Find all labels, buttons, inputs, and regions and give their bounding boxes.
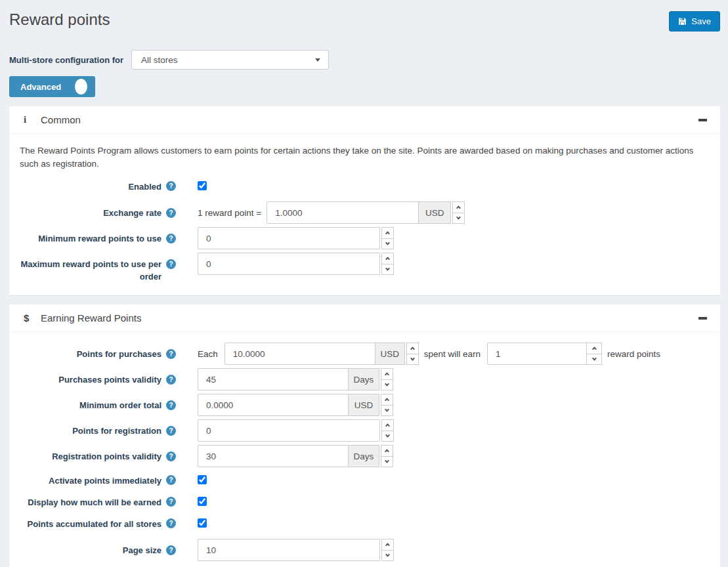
purchases-amount-spinner — [406, 343, 419, 365]
panel-earning-body: Points for purchases Each USD spent will… — [9, 332, 720, 567]
enabled-checkbox[interactable] — [198, 181, 207, 190]
exchange-rate-unit: USD — [418, 201, 451, 224]
display-earned-label: Display how much will be earned — [28, 496, 161, 509]
purchases-middle-text: spent will earn — [424, 349, 481, 359]
save-button-label: Save — [691, 16, 711, 26]
enabled-row: Enabled — [20, 180, 710, 196]
advanced-mode-toggle[interactable]: Advanced — [9, 76, 95, 97]
help-icon[interactable] — [166, 208, 176, 218]
page-header: Reward points Save — [9, 9, 720, 38]
floppy-save-icon — [678, 17, 687, 26]
purchases-amount-input[interactable] — [225, 343, 375, 365]
spinner-down-icon[interactable] — [381, 550, 394, 562]
registration-validity-unit: Days — [348, 445, 379, 467]
registration-validity-row: Registration points validity Days — [20, 445, 710, 467]
exchange-rate-spinner — [452, 201, 465, 224]
accumulate-all-stores-checkbox[interactable] — [198, 518, 207, 528]
panel-common-body: The Reward Points Program allows custome… — [9, 134, 720, 295]
store-selector[interactable]: All stores — [131, 50, 329, 70]
spinner-up-icon[interactable] — [381, 539, 394, 551]
page-size-spinner — [381, 539, 394, 561]
registration-validity-label: Registration points validity — [52, 450, 161, 463]
purchases-validity-label-group: Purchases points validity — [20, 368, 176, 386]
page-size-row: Page size — [20, 539, 710, 561]
dollar-icon: $ — [24, 312, 41, 324]
purchases-suffix-text: reward points — [607, 349, 660, 359]
spinner-up-icon[interactable] — [381, 445, 393, 457]
spinner-down-icon[interactable] — [381, 405, 393, 417]
spinner-down-icon[interactable] — [381, 456, 393, 468]
help-icon[interactable] — [166, 497, 176, 507]
registration-validity-spinner — [381, 445, 393, 467]
registration-validity-input[interactable] — [198, 445, 349, 467]
display-earned-checkbox[interactable] — [198, 497, 207, 506]
panel-common: i Common The Reward Points Program allow… — [9, 106, 720, 295]
help-icon[interactable] — [166, 375, 176, 385]
activate-immediately-label-group: Activate points immediately — [20, 474, 176, 487]
purchases-validity-unit: Days — [348, 368, 379, 390]
min-order-total-input[interactable] — [198, 394, 349, 416]
help-icon[interactable] — [166, 452, 176, 461]
exchange-rate-label-group: Exchange rate — [20, 201, 176, 219]
help-icon[interactable] — [166, 259, 176, 269]
help-icon[interactable] — [166, 475, 176, 485]
exchange-rate-input[interactable] — [267, 201, 419, 224]
spinner-down-icon[interactable] — [381, 379, 393, 391]
points-for-purchases-label: Points for purchases — [77, 348, 161, 360]
max-points-spinner — [381, 253, 394, 275]
spinner-up-icon[interactable] — [381, 253, 394, 264]
help-icon[interactable] — [166, 234, 176, 243]
purchases-validity-input[interactable] — [198, 368, 349, 390]
activate-immediately-checkbox[interactable] — [198, 475, 207, 484]
help-icon[interactable] — [166, 545, 176, 555]
spinner-up-icon[interactable] — [381, 394, 393, 406]
spinner-down-icon[interactable] — [381, 238, 394, 250]
max-points-input[interactable] — [198, 253, 380, 275]
save-button[interactable]: Save — [669, 11, 720, 32]
points-for-purchases-row: Points for purchases Each USD spent will… — [20, 343, 710, 365]
spinner-down-icon[interactable] — [452, 213, 465, 224]
spinner-down-icon[interactable] — [381, 430, 394, 442]
help-icon[interactable] — [166, 181, 176, 191]
help-icon[interactable] — [166, 400, 176, 410]
chevron-down-icon — [315, 58, 320, 62]
spinner-up-icon[interactable] — [586, 343, 602, 354]
activate-immediately-row: Activate points immediately — [20, 474, 710, 490]
accumulate-all-stores-row: Points accumulated for all stores — [20, 517, 710, 533]
page-size-input[interactable] — [198, 539, 380, 561]
panel-earning-header: $ Earning Reward Points — [9, 304, 720, 332]
multistore-label: Multi-store configuration for — [9, 55, 123, 65]
page-size-label-group: Page size — [20, 539, 176, 556]
min-points-label-group: Minimum reward points to use — [20, 227, 176, 245]
help-icon[interactable] — [166, 349, 176, 359]
panel-earning: $ Earning Reward Points Points for purch… — [9, 304, 720, 567]
spinner-up-icon[interactable] — [452, 201, 465, 213]
spinner-up-icon[interactable] — [381, 227, 394, 239]
minus-collapse-icon — [698, 119, 707, 121]
purchases-validity-spinner — [381, 368, 393, 390]
spinner-up-icon[interactable] — [381, 419, 394, 431]
display-earned-row: Display how much will be earned — [20, 495, 710, 511]
spinner-down-icon[interactable] — [406, 354, 419, 366]
help-icon[interactable] — [166, 518, 176, 528]
registration-points-input[interactable] — [198, 419, 380, 442]
max-points-label: Maximum reward points to use per order — [20, 258, 161, 283]
registration-validity-label-group: Registration points validity — [20, 445, 176, 463]
purchases-amount-unit: USD — [375, 343, 405, 365]
page-title: Reward points — [9, 9, 720, 30]
spinner-up-icon[interactable] — [406, 343, 419, 354]
help-icon[interactable] — [166, 426, 176, 436]
activate-immediately-label: Activate points immediately — [49, 474, 161, 487]
collapse-button-common[interactable] — [698, 106, 707, 133]
collapse-button-earning[interactable] — [698, 304, 707, 331]
spinner-down-icon[interactable] — [381, 264, 394, 276]
spinner-up-icon[interactable] — [381, 368, 393, 380]
store-selector-value: All stores — [141, 55, 315, 65]
spinner-down-icon[interactable] — [586, 354, 602, 366]
info-icon: i — [24, 114, 41, 125]
min-points-input[interactable] — [198, 227, 380, 249]
purchases-points-input[interactable] — [487, 343, 587, 365]
purchases-validity-label: Purchases points validity — [58, 373, 161, 386]
exchange-rate-prefix: 1 reward point = — [198, 208, 261, 218]
page-content: Reward points Save Multi-store configura… — [0, 0, 728, 567]
